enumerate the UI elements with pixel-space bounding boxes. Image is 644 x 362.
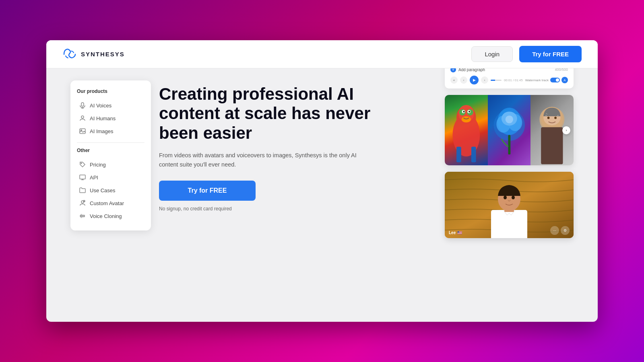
synthesys-logo-icon xyxy=(62,47,77,62)
image-grid xyxy=(445,95,574,165)
add-paragraph-icon[interactable]: + xyxy=(450,68,456,72)
svg-point-53 xyxy=(512,196,515,200)
image-cell-parrot xyxy=(445,95,488,165)
svg-rect-41 xyxy=(541,127,563,164)
svg-rect-0 xyxy=(81,103,84,106)
sidebar-label-api: API xyxy=(90,175,98,181)
nav-actions: Login Try for FREE xyxy=(471,46,582,62)
logo-area: SYNTHESYS xyxy=(62,47,125,62)
add-paragraph-label: Add paragraph xyxy=(458,68,485,72)
svg-point-52 xyxy=(504,196,507,200)
sidebar-section-products: Our products xyxy=(77,88,144,94)
person-icon xyxy=(79,115,86,121)
sidebar-dropdown: Our products AI Voices AI Humans xyxy=(70,80,151,230)
image-cell-rose xyxy=(488,95,531,165)
sidebar-label-use-cases: Use Cases xyxy=(90,187,116,193)
person-flag: 🇺🇸 xyxy=(457,230,462,235)
browser-window: SYNTHESYS Login Try for FREE Our product… xyxy=(46,40,598,322)
user-avatar-circle: A xyxy=(561,77,568,83)
sidebar-item-use-cases[interactable]: Use Cases xyxy=(77,184,144,197)
try-free-nav-button[interactable]: Try for FREE xyxy=(519,46,582,62)
waveform-icon xyxy=(79,213,86,219)
video-person-label: Lee 🇺🇸 xyxy=(449,230,462,235)
sidebar-label-ai-voices: AI Voices xyxy=(90,103,111,109)
video-actions: ··· ⚙ xyxy=(550,226,570,235)
sidebar-label-custom-avatar: Custom Avatar xyxy=(90,200,124,206)
sidebar-item-ai-humans[interactable]: AI Humans xyxy=(77,112,144,125)
hero-subtext: From videos with avatars and voiceovers … xyxy=(159,151,360,169)
svg-point-28 xyxy=(463,111,465,112)
watermark-row: Watermark track A xyxy=(525,77,568,83)
sidebar-item-api[interactable]: API xyxy=(77,171,144,184)
sidebar-label-ai-images: AI Images xyxy=(90,128,114,134)
person-name: Lee xyxy=(449,230,456,235)
svg-rect-31 xyxy=(471,147,476,162)
brand-name: SYNTHESYS xyxy=(81,51,125,58)
forward-button[interactable]: › xyxy=(481,76,488,84)
svg-rect-30 xyxy=(456,147,461,162)
grid-nav-arrow[interactable]: › xyxy=(562,126,570,134)
time-display: 00:01 / 01:45 xyxy=(504,78,523,82)
play-button[interactable]: ▶ xyxy=(470,76,479,84)
tag-icon xyxy=(79,161,86,168)
sidebar-item-custom-avatar[interactable]: Custom Avatar xyxy=(77,197,144,210)
folder-icon xyxy=(79,187,86,193)
parrot-svg xyxy=(445,95,488,165)
try-free-hero-button[interactable]: Try for FREE xyxy=(159,181,256,201)
sidebar-section-other: Other xyxy=(77,148,144,153)
back-button[interactable]: ‹ xyxy=(460,76,467,84)
editor-controls: « ‹ ▶ › 00:01 / 01:45 Watermark track A xyxy=(450,76,568,84)
sidebar-label-voice-cloning: Voice Cloning xyxy=(90,213,122,219)
waveform-bar xyxy=(491,80,502,81)
no-signup-text: No signup, no credit card required xyxy=(159,206,232,212)
image-icon xyxy=(79,128,86,134)
avatar-icon xyxy=(79,200,86,206)
microphone-icon xyxy=(79,102,86,109)
editor-add-row: + Add paragraph 400/500 xyxy=(450,68,568,72)
svg-point-6 xyxy=(81,163,82,164)
watermark-label: Watermark track xyxy=(525,78,549,82)
sidebar-item-ai-voices[interactable]: AI Voices xyxy=(77,99,144,112)
video-more-button[interactable]: ··· xyxy=(550,226,559,235)
svg-point-37 xyxy=(505,115,513,123)
watermark-toggle[interactable] xyxy=(550,78,560,82)
sidebar-label-pricing: Pricing xyxy=(90,162,106,168)
svg-rect-49 xyxy=(491,210,527,238)
navbar: SYNTHESYS Login Try for FREE xyxy=(46,40,598,68)
video-settings-button[interactable]: ⚙ xyxy=(561,226,570,235)
sidebar-item-ai-images[interactable]: AI Images xyxy=(77,125,144,138)
image-grid-card: › xyxy=(445,95,574,165)
char-count: 400/500 xyxy=(555,68,568,72)
hero-headline: Creating professional AI content at scal… xyxy=(159,84,384,143)
audio-editor-card: optimized by Designs + Add paragraph 400… xyxy=(445,68,574,88)
skip-back-button[interactable]: « xyxy=(450,76,458,84)
right-previews: optimized by Designs + Add paragraph 400… xyxy=(445,68,574,238)
svg-point-3 xyxy=(81,116,84,118)
svg-point-29 xyxy=(469,111,470,112)
svg-point-44 xyxy=(554,117,557,119)
sidebar-label-ai-humans: AI Humans xyxy=(90,115,116,121)
sidebar-divider xyxy=(77,142,144,143)
sidebar-item-voice-cloning[interactable]: Voice Cloning xyxy=(77,210,144,222)
svg-point-43 xyxy=(547,117,550,119)
svg-rect-38 xyxy=(508,135,510,154)
login-button[interactable]: Login xyxy=(471,46,513,62)
monitor-icon xyxy=(79,174,86,181)
svg-rect-7 xyxy=(80,175,85,179)
sidebar-item-pricing[interactable]: Pricing xyxy=(77,158,144,171)
main-content: Our products AI Voices AI Humans xyxy=(46,68,598,322)
rose-svg xyxy=(488,95,531,165)
video-preview-card: Lee 🇺🇸 ··· ⚙ xyxy=(445,172,574,238)
